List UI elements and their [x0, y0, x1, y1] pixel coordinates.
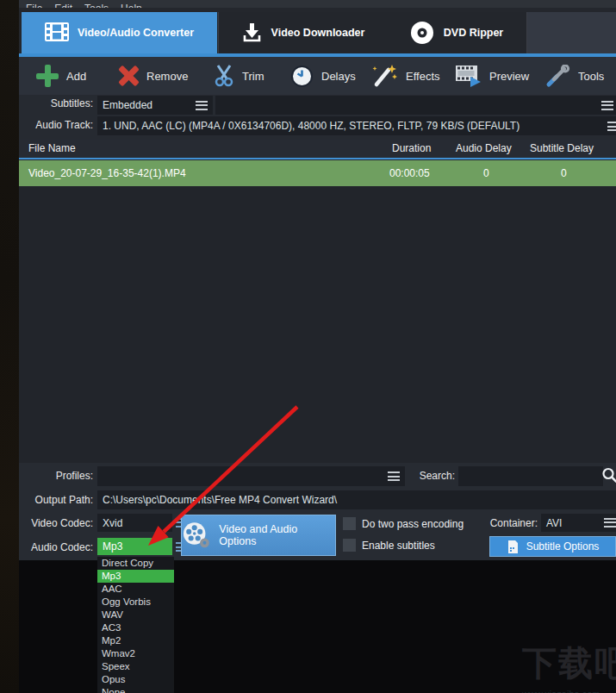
enable-subtitles-label: Enable subtitles: [362, 540, 435, 552]
delays-button[interactable]: Delays: [290, 57, 356, 95]
add-label: Add: [66, 70, 86, 83]
tools-button[interactable]: Tools: [544, 57, 604, 95]
dropdown-option-aac[interactable]: AAC: [97, 583, 174, 596]
external-subtitle-field[interactable]: [215, 96, 616, 115]
dropdown-option-none[interactable]: None: [97, 686, 174, 693]
tools-label: Tools: [578, 70, 604, 83]
search-icon[interactable]: [601, 466, 616, 485]
subtitles-label: Subtitles:: [19, 97, 93, 109]
video-codec-combobox[interactable]: Xvid: [97, 514, 172, 532]
column-audio-delay[interactable]: Audio Delay: [456, 142, 512, 154]
subtitle-options-label: Subtitle Options: [526, 540, 600, 553]
delays-label: Delays: [321, 70, 356, 83]
dropdown-option-mp3-selected[interactable]: Mp3: [97, 570, 174, 583]
toolbar: Add Remove Trim Delays: [19, 57, 616, 95]
tab-bar: Video/Audio Converter Video Downloader D…: [19, 8, 616, 57]
remove-button[interactable]: Remove: [118, 57, 188, 95]
dropdown-option-opus[interactable]: Opus: [97, 673, 174, 686]
dropdown-option-wav[interactable]: WAV: [97, 609, 174, 621]
video-codec-label: Video Codec:: [19, 517, 93, 529]
table-row[interactable]: Video_20-07-29_16-35-42(1).MP4 00:00:05 …: [19, 160, 616, 186]
video-audio-options-button[interactable]: Video and Audio Options: [181, 515, 336, 556]
tab-video-downloader[interactable]: Video Downloader: [218, 12, 387, 53]
menu-bar: FileEditToolsHelp: [19, 0, 616, 8]
table-header-underline: [19, 158, 616, 159]
audio-codec-dropdown-list: Direct Copy Mp3 AAC Ogg Vorbis WAV AC3 M…: [97, 557, 174, 693]
watermark-text: 下载吧: [522, 640, 616, 687]
dropdown-option-wmav2[interactable]: Wmav2: [97, 647, 174, 660]
profiles-label: Profiles:: [19, 470, 93, 482]
audio-codec-value: Mp3: [103, 540, 122, 553]
trim-label: Trim: [242, 70, 264, 83]
subtitles-value: Embedded: [103, 99, 152, 111]
dropdown-option-mp2[interactable]: Mp2: [97, 634, 174, 647]
column-subtitle-delay[interactable]: Subtitle Delay: [530, 142, 594, 154]
tab-dvd-ripper[interactable]: DVD Ripper: [386, 12, 527, 53]
dropdown-option-ac3[interactable]: AC3: [97, 621, 174, 634]
preview-label: Preview: [489, 70, 529, 83]
container-menu-lines-icon[interactable]: [604, 518, 616, 528]
column-duration[interactable]: Duration: [392, 142, 431, 154]
output-path-value: C:\Users\pc\Documents\Free MP4 Convert W…: [103, 494, 337, 506]
tab-video-audio-converter[interactable]: Video/Audio Converter: [22, 12, 217, 53]
add-button[interactable]: Add: [36, 57, 86, 95]
search-input[interactable]: [458, 466, 603, 486]
container-value: AVI: [546, 517, 562, 529]
audio-codec-label: Audio Codec:: [19, 541, 93, 553]
enable-subtitles-checkbox[interactable]: [343, 539, 356, 552]
container-label: Container:: [464, 517, 538, 529]
two-pass-checkbox[interactable]: [343, 517, 356, 530]
download-icon: [240, 22, 263, 44]
audio-track-menu-lines-icon[interactable]: [607, 122, 616, 131]
cell-duration: 00:00:05: [389, 167, 430, 179]
tab-bar-filler: [527, 12, 616, 53]
film-reel-icon: [182, 521, 212, 550]
dropdown-option-direct-copy[interactable]: Direct Copy: [97, 557, 174, 570]
subtitle-page-icon: [507, 540, 520, 554]
effects-wand-icon: [370, 64, 398, 88]
trim-button[interactable]: Trim: [214, 57, 264, 95]
watermark-url: www.xiazaiba.com: [522, 689, 616, 693]
audio-track-label: Audio Track:: [19, 119, 93, 131]
remove-label: Remove: [146, 70, 188, 83]
external-subtitle-menu-lines-icon[interactable]: [601, 101, 613, 110]
desktop-background: [0, 0, 19, 693]
add-plus-icon: [36, 65, 59, 87]
preview-button[interactable]: Preview: [455, 57, 529, 95]
tab-label: DVD Ripper: [444, 27, 503, 39]
column-file-name[interactable]: File Name: [28, 142, 76, 154]
watermark: 下载吧 www.xiazaiba.com: [522, 640, 616, 693]
trim-scissors-icon: [214, 64, 234, 88]
two-pass-label: Do two pass encoding: [362, 518, 464, 530]
profiles-combobox[interactable]: [97, 466, 405, 486]
delays-clock-icon: [290, 65, 314, 88]
search-label: Search:: [381, 470, 455, 482]
filmstrip-icon: [45, 22, 69, 43]
dropdown-option-speex[interactable]: Speex: [97, 660, 174, 673]
audio-track-combobox[interactable]: 1. UND, AAC (LC) (MP4A / 0X6134706D), 48…: [97, 116, 616, 135]
file-table-header: File Name Duration Audio Delay Subtitle …: [19, 140, 616, 158]
effects-label: Effects: [406, 70, 440, 83]
output-path-field[interactable]: C:\Users\pc\Documents\Free MP4 Convert W…: [97, 490, 616, 509]
cell-file-name: Video_20-07-29_16-35-42(1).MP4: [28, 167, 186, 179]
audio-codec-combobox[interactable]: Mp3: [97, 538, 172, 555]
cell-subtitle-delay: 0: [561, 167, 567, 179]
tab-label: Video/Audio Converter: [78, 27, 194, 39]
file-list-empty-area[interactable]: [19, 186, 616, 463]
dvd-disc-icon: [409, 20, 435, 46]
cell-audio-delay: 0: [483, 167, 489, 179]
tab-label: Video Downloader: [271, 27, 365, 39]
video-codec-value: Xvid: [103, 517, 122, 529]
tools-wrench-icon: [544, 65, 570, 88]
effects-button[interactable]: Effects: [370, 57, 440, 95]
audio-track-value: 1. UND, AAC (LC) (MP4A / 0X6134706D), 48…: [103, 120, 520, 132]
dropdown-option-ogg-vorbis[interactable]: Ogg Vorbis: [97, 596, 174, 609]
preview-filmstrip-icon: [455, 65, 482, 88]
remove-x-icon: [118, 66, 139, 86]
subtitle-options-button[interactable]: Subtitle Options: [489, 536, 616, 557]
subtitles-menu-lines-icon[interactable]: [196, 101, 208, 110]
video-audio-options-label: Video and Audio Options: [219, 523, 335, 547]
app-window: FileEditToolsHelp Video/Audio Converter …: [19, 0, 616, 560]
output-path-label: Output Path:: [19, 494, 93, 506]
